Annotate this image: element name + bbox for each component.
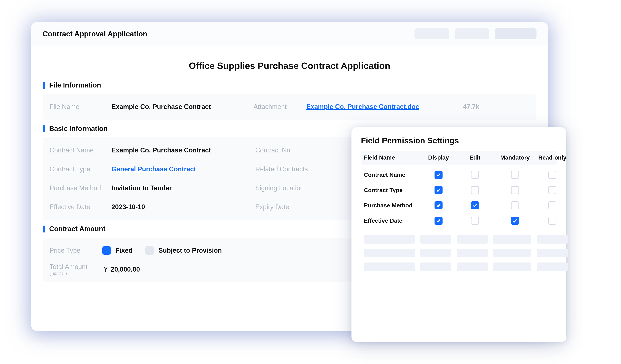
checkbox[interactable] <box>511 217 519 225</box>
value-contract-name: Example Co. Purchase Contract <box>111 146 211 154</box>
permission-field-name: Contract Type <box>364 187 420 193</box>
col-edit: Edit <box>457 154 493 161</box>
radio-box-icon <box>145 246 154 255</box>
page-title: Contract Approval Application <box>43 30 147 38</box>
checkbox[interactable] <box>548 186 556 194</box>
value-total-amount: ￥ 20,000.00 <box>102 265 140 274</box>
permission-row: Contract Name <box>361 167 557 182</box>
label-related-contracts: Related Contracts <box>255 165 321 173</box>
checkbox[interactable] <box>434 201 443 209</box>
checkbox[interactable] <box>511 171 519 179</box>
label-total-amount-sub: (Tax Incl.) <box>50 271 102 276</box>
permission-field-name: Contract Name <box>364 172 420 178</box>
radio-label-provision: Subject to Provision <box>158 247 222 254</box>
label-contract-no: Contract No. <box>255 146 321 154</box>
header-action-placeholder[interactable] <box>414 28 449 39</box>
section-accent-bar <box>43 226 45 233</box>
permission-row: Purchase Method <box>361 198 557 213</box>
section-title-file: File Information <box>49 81 101 89</box>
label-total-amount: Total Amount (Tax Incl.) <box>50 263 102 276</box>
attachment-size: 47.7k <box>463 103 479 111</box>
label-purchase-method: Purchase Method <box>50 184 111 192</box>
checkbox[interactable] <box>511 186 519 194</box>
label-contract-name: Contract Name <box>50 146 111 154</box>
checkbox[interactable] <box>471 201 479 209</box>
col-display: Display <box>420 154 457 161</box>
permission-panel-title: Field Permission Settings <box>361 136 557 145</box>
col-mandatory: Mandatory <box>493 154 537 161</box>
file-info-block: File Name Example Co. Purchase Contract … <box>43 94 536 120</box>
radio-provision[interactable]: Subject to Provision <box>145 246 222 255</box>
col-readonly: Read-only <box>537 154 568 161</box>
label-attachment: Attachment <box>254 103 306 111</box>
value-contract-type[interactable]: General Purchase Contract <box>111 165 196 173</box>
checkbox[interactable] <box>548 217 556 225</box>
form-title: Office Supplies Purchase Contract Applic… <box>43 61 536 71</box>
label-contract-type: Contract Type <box>50 165 111 173</box>
checkbox[interactable] <box>548 201 556 209</box>
checkbox[interactable] <box>471 171 479 179</box>
radio-fixed[interactable]: Fixed <box>102 246 133 255</box>
label-expiry-date: Expiry Date <box>255 203 321 211</box>
section-accent-bar <box>43 82 45 89</box>
label-file-name: File Name <box>50 103 111 111</box>
checkbox[interactable] <box>434 217 443 225</box>
radio-label-fixed: Fixed <box>116 247 133 254</box>
section-title-amount: Contract Amount <box>49 225 105 233</box>
permission-field-name: Purchase Method <box>364 202 420 209</box>
permission-placeholder-rows <box>361 232 557 274</box>
label-total-amount-text: Total Amount <box>50 263 87 270</box>
checkbox[interactable] <box>548 171 556 179</box>
checkbox[interactable] <box>511 201 519 209</box>
permission-table-header: Field Name Display Edit Mandatory Read-o… <box>361 151 557 165</box>
permission-field-name: Effective Date <box>364 217 420 224</box>
attachment-link[interactable]: Example Co. Purchase Contract.doc <box>306 103 459 111</box>
header-actions <box>414 28 536 39</box>
section-title-basic: Basic Information <box>49 125 108 133</box>
field-permission-panel: Field Permission Settings Field Name Dis… <box>351 127 566 342</box>
checkbox[interactable] <box>471 186 479 194</box>
checkbox[interactable] <box>471 217 479 225</box>
radio-box-icon <box>102 246 111 255</box>
col-field-name: Field Name <box>364 154 420 161</box>
section-accent-bar <box>43 125 45 132</box>
checkbox[interactable] <box>434 186 443 194</box>
header-action-placeholder[interactable] <box>455 28 489 39</box>
label-effective-date: Effective Date <box>50 203 111 211</box>
label-price-type: Price Type <box>50 247 102 254</box>
permission-row: Effective Date <box>361 213 557 228</box>
checkbox[interactable] <box>434 171 443 179</box>
header-action-placeholder[interactable] <box>495 28 536 39</box>
label-signing-location: Signing Location <box>255 184 321 192</box>
header-bar: Contract Approval Application <box>31 22 548 46</box>
permission-row: Contract Type <box>361 182 557 198</box>
value-purchase-method: Invitation to Tender <box>111 184 172 192</box>
value-file-name: Example Co. Purchase Contract <box>111 103 254 111</box>
value-effective-date: 2023-10-10 <box>111 203 145 211</box>
